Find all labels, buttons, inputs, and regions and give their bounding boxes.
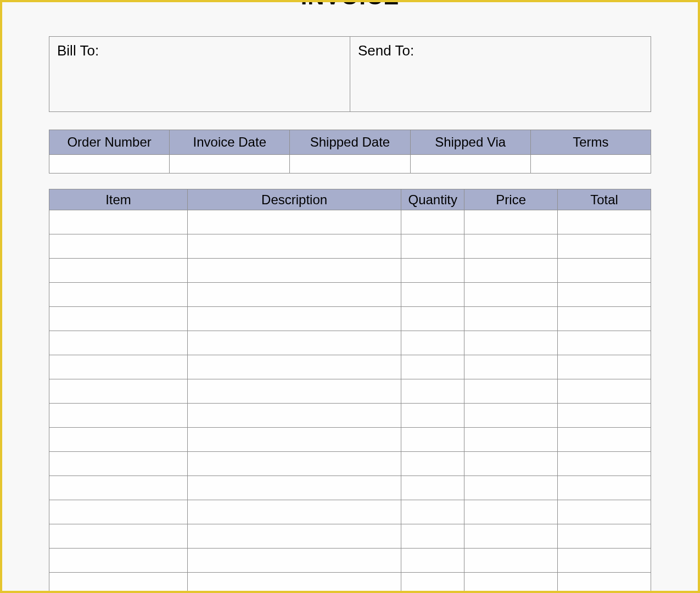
items-cell-description[interactable]: [188, 549, 401, 573]
items-cell-total[interactable]: [558, 428, 651, 452]
items-cell-total[interactable]: [558, 307, 651, 331]
items-cell-description[interactable]: [188, 476, 401, 500]
items-cell-price[interactable]: [464, 355, 558, 379]
items-cell-quantity[interactable]: [401, 307, 464, 331]
items-cell-price[interactable]: [464, 500, 558, 524]
items-cell-item[interactable]: [49, 355, 188, 379]
items-cell-item[interactable]: [49, 428, 188, 452]
items-cell-price[interactable]: [464, 549, 558, 573]
items-cell-price[interactable]: [464, 307, 558, 331]
items-cell-item[interactable]: [49, 259, 188, 283]
items-header-row: Item Description Quantity Price Total: [49, 189, 651, 210]
items-cell-description[interactable]: [188, 573, 401, 591]
items-cell-description[interactable]: [188, 379, 401, 404]
items-cell-item[interactable]: [49, 549, 188, 573]
items-cell-description[interactable]: [188, 500, 401, 524]
items-cell-quantity[interactable]: [401, 404, 464, 428]
items-cell-item[interactable]: [49, 404, 188, 428]
items-cell-description[interactable]: [188, 404, 401, 428]
info-cell-invoice-date[interactable]: [170, 155, 290, 174]
items-cell-total[interactable]: [558, 524, 651, 549]
bill-to-label: Bill To:: [57, 42, 99, 59]
info-cell-shipped-date[interactable]: [290, 155, 410, 174]
table-row: [49, 331, 651, 355]
items-header-description: Description: [188, 189, 401, 210]
items-cell-item[interactable]: [49, 500, 188, 524]
table-row: [49, 259, 651, 283]
items-cell-item[interactable]: [49, 234, 188, 259]
items-cell-total[interactable]: [558, 500, 651, 524]
table-row: [49, 524, 651, 549]
info-cell-terms[interactable]: [530, 155, 651, 174]
items-cell-item[interactable]: [49, 379, 188, 404]
items-cell-total[interactable]: [558, 259, 651, 283]
items-cell-price[interactable]: [464, 428, 558, 452]
info-cell-shipped-via[interactable]: [410, 155, 530, 174]
table-row: [49, 234, 651, 259]
items-cell-total[interactable]: [558, 404, 651, 428]
info-cell-order-number[interactable]: [49, 155, 170, 174]
items-cell-item[interactable]: [49, 476, 188, 500]
items-cell-description[interactable]: [188, 210, 401, 234]
items-cell-item[interactable]: [49, 524, 188, 549]
items-cell-quantity[interactable]: [401, 500, 464, 524]
items-cell-quantity[interactable]: [401, 428, 464, 452]
items-cell-price[interactable]: [464, 234, 558, 259]
items-cell-total[interactable]: [558, 355, 651, 379]
items-cell-price[interactable]: [464, 210, 558, 234]
items-cell-item[interactable]: [49, 210, 188, 234]
items-cell-price[interactable]: [464, 452, 558, 476]
items-cell-price[interactable]: [464, 259, 558, 283]
items-cell-total[interactable]: [558, 234, 651, 259]
table-row: [49, 307, 651, 331]
items-cell-description[interactable]: [188, 452, 401, 476]
items-cell-item[interactable]: [49, 331, 188, 355]
items-cell-quantity[interactable]: [401, 452, 464, 476]
items-cell-quantity[interactable]: [401, 331, 464, 355]
items-cell-quantity[interactable]: [401, 234, 464, 259]
items-cell-quantity[interactable]: [401, 259, 464, 283]
items-cell-description[interactable]: [188, 307, 401, 331]
items-cell-total[interactable]: [558, 210, 651, 234]
items-cell-quantity[interactable]: [401, 210, 464, 234]
table-row: [49, 379, 651, 404]
items-cell-total[interactable]: [558, 573, 651, 591]
items-cell-total[interactable]: [558, 379, 651, 404]
items-cell-price[interactable]: [464, 573, 558, 591]
items-cell-description[interactable]: [188, 259, 401, 283]
items-cell-total[interactable]: [558, 331, 651, 355]
items-cell-item[interactable]: [49, 283, 188, 307]
items-cell-price[interactable]: [464, 524, 558, 549]
bill-to-box[interactable]: Bill To:: [49, 37, 350, 111]
items-cell-quantity[interactable]: [401, 283, 464, 307]
items-cell-description[interactable]: [188, 355, 401, 379]
page-title: INVOICE: [49, 2, 651, 10]
items-cell-item[interactable]: [49, 307, 188, 331]
items-cell-quantity[interactable]: [401, 355, 464, 379]
items-cell-price[interactable]: [464, 283, 558, 307]
items-cell-quantity[interactable]: [401, 573, 464, 591]
items-cell-description[interactable]: [188, 283, 401, 307]
items-cell-quantity[interactable]: [401, 476, 464, 500]
items-cell-description[interactable]: [188, 524, 401, 549]
items-header-quantity: Quantity: [401, 189, 464, 210]
items-cell-total[interactable]: [558, 452, 651, 476]
items-cell-price[interactable]: [464, 404, 558, 428]
items-cell-total[interactable]: [558, 476, 651, 500]
items-cell-quantity[interactable]: [401, 379, 464, 404]
items-cell-item[interactable]: [49, 573, 188, 591]
table-row: [49, 549, 651, 573]
info-data-row: [49, 155, 651, 174]
items-cell-description[interactable]: [188, 234, 401, 259]
items-cell-quantity[interactable]: [401, 549, 464, 573]
items-cell-quantity[interactable]: [401, 524, 464, 549]
items-cell-item[interactable]: [49, 452, 188, 476]
items-cell-price[interactable]: [464, 476, 558, 500]
items-cell-total[interactable]: [558, 549, 651, 573]
items-cell-description[interactable]: [188, 331, 401, 355]
items-cell-total[interactable]: [558, 283, 651, 307]
items-cell-description[interactable]: [188, 428, 401, 452]
items-cell-price[interactable]: [464, 379, 558, 404]
send-to-box[interactable]: Send To:: [350, 37, 651, 111]
items-cell-price[interactable]: [464, 331, 558, 355]
